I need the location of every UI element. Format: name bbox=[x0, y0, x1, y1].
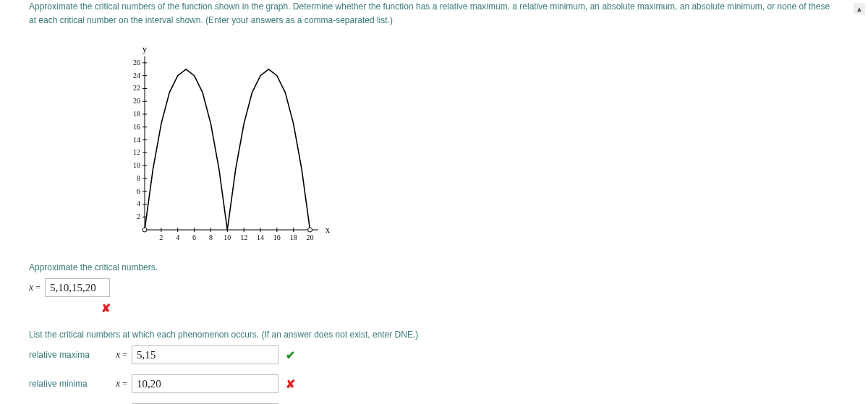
check-icon: ✔ bbox=[286, 348, 295, 362]
svg-text:8: 8 bbox=[137, 174, 140, 182]
svg-text:2: 2 bbox=[159, 233, 163, 241]
svg-point-50 bbox=[142, 228, 147, 232]
svg-text:12: 12 bbox=[240, 233, 247, 241]
svg-text:x: x bbox=[326, 225, 330, 235]
relative-maxima-label: relative maxima bbox=[29, 350, 116, 360]
svg-text:18: 18 bbox=[290, 233, 297, 241]
prompt-phenomena: List the critical numbers at which each … bbox=[29, 330, 839, 340]
svg-text:12: 12 bbox=[133, 149, 140, 157]
svg-text:14: 14 bbox=[133, 136, 140, 144]
svg-text:10: 10 bbox=[133, 161, 140, 169]
svg-text:22: 22 bbox=[133, 85, 140, 93]
svg-text:6: 6 bbox=[192, 233, 196, 241]
x-equals-label: x = bbox=[116, 378, 127, 390]
svg-text:26: 26 bbox=[133, 59, 140, 66]
scroll-up-button[interactable]: ▲ bbox=[854, 3, 865, 14]
svg-text:16: 16 bbox=[133, 123, 140, 131]
critical-numbers-input[interactable] bbox=[45, 278, 110, 297]
critical-numbers-row: x = bbox=[29, 278, 839, 297]
svg-text:y: y bbox=[142, 44, 147, 54]
relative-maxima-row: relative maxima x = ✔ bbox=[29, 345, 839, 364]
svg-text:4: 4 bbox=[176, 233, 179, 241]
relative-maxima-input[interactable] bbox=[132, 345, 278, 364]
svg-text:14: 14 bbox=[257, 233, 264, 241]
function-graph: 24681012141618202468101214161820222426yx bbox=[116, 42, 333, 252]
cross-icon: ✘ bbox=[101, 302, 111, 314]
question-text: Approximate the critical numbers of the … bbox=[29, 0, 839, 27]
svg-text:20: 20 bbox=[133, 98, 140, 106]
svg-point-51 bbox=[308, 228, 312, 232]
x-equals-label: x = bbox=[116, 349, 127, 361]
svg-text:2: 2 bbox=[137, 213, 140, 221]
svg-text:8: 8 bbox=[209, 233, 213, 241]
svg-text:16: 16 bbox=[273, 233, 281, 241]
x-equals-label: x = bbox=[29, 282, 41, 293]
relative-minima-row: relative minima x = ✘ bbox=[29, 374, 839, 393]
relative-minima-label: relative minima bbox=[29, 379, 116, 389]
graph: 24681012141618202468101214161820222426yx bbox=[116, 42, 839, 252]
svg-text:4: 4 bbox=[137, 200, 140, 208]
svg-text:20: 20 bbox=[307, 233, 314, 241]
cross-icon: ✘ bbox=[286, 377, 295, 391]
svg-text:10: 10 bbox=[224, 233, 231, 241]
critical-numbers-mark: ✘ bbox=[94, 301, 839, 315]
prompt-critical: Approximate the critical numbers. bbox=[29, 262, 839, 272]
svg-text:18: 18 bbox=[133, 110, 140, 118]
svg-text:6: 6 bbox=[137, 187, 140, 195]
relative-minima-input[interactable] bbox=[132, 374, 278, 393]
svg-text:24: 24 bbox=[133, 72, 140, 79]
